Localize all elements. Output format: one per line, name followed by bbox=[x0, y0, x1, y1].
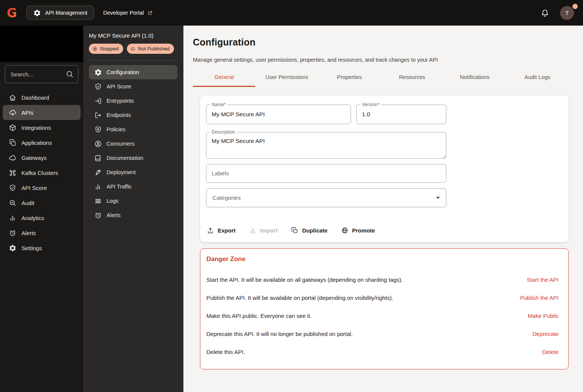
cloud-off-icon bbox=[130, 46, 136, 52]
sidebar-item-dashboard[interactable]: Dashboard bbox=[3, 90, 81, 105]
name-version-row: Name* Version* bbox=[206, 105, 563, 124]
api-title: My MCP Secure API (1.0) bbox=[89, 32, 177, 39]
sidebar-item-apis[interactable]: APIs bbox=[3, 105, 81, 120]
search-check-icon bbox=[9, 199, 17, 207]
sidebar-item-label: Settings bbox=[21, 245, 42, 251]
danger-row-publish-the-api: Publish the API. It will be available on… bbox=[206, 289, 559, 307]
download-icon bbox=[249, 227, 256, 234]
name-field-label: Name* bbox=[210, 102, 228, 107]
publish-the-api-action[interactable]: Publish the API bbox=[520, 295, 559, 301]
labels-input[interactable] bbox=[206, 164, 446, 182]
api-menu-item-consumers[interactable]: Consumers bbox=[89, 137, 177, 151]
tab-resources[interactable]: Resources bbox=[381, 68, 443, 87]
divider bbox=[89, 60, 177, 61]
api-menu-item-label: Configuration bbox=[107, 69, 139, 75]
avatar[interactable]: T bbox=[560, 6, 574, 20]
start-the-api-action[interactable]: Start the API bbox=[527, 277, 559, 283]
gravitee-logo[interactable]: G bbox=[7, 7, 20, 19]
sidebar-item-applications[interactable]: Applications bbox=[3, 135, 81, 150]
api-menu-item-api-traffic[interactable]: API Traffic bbox=[89, 179, 177, 194]
chevron-down-icon bbox=[436, 197, 440, 199]
gear-icon bbox=[94, 68, 102, 76]
delete-action[interactable]: Delete bbox=[542, 349, 559, 355]
api-menu-item-api-score[interactable]: API Score bbox=[89, 79, 177, 94]
api-menu-item-endpoints[interactable]: Endpoints bbox=[89, 108, 177, 122]
tab-audit-logs[interactable]: Audit Logs bbox=[506, 68, 569, 87]
api-menu-item-policies[interactable]: Policies bbox=[89, 122, 177, 137]
danger-zone-card: Danger Zone Start the API. It will be av… bbox=[200, 248, 569, 369]
sidebar-item-label: Gateways bbox=[21, 155, 47, 161]
app-shell: DashboardAPIsIntegrationsApplicationsGat… bbox=[0, 26, 583, 392]
sidebar-item-gateways[interactable]: Gateways bbox=[3, 150, 81, 165]
version-input[interactable] bbox=[357, 105, 446, 124]
api-menu-item-label: Alerts bbox=[107, 212, 121, 218]
developer-portal-link[interactable]: Developer Portal bbox=[103, 10, 153, 16]
tab-notifications[interactable]: Notifications bbox=[443, 68, 506, 87]
danger-row-text: Start the API. It will be available on a… bbox=[206, 277, 403, 283]
version-field-label: Version* bbox=[360, 102, 381, 107]
sidebar-item-label: Dashboard bbox=[21, 94, 49, 101]
gear-icon bbox=[33, 9, 41, 17]
sidebar-item-label: Audit bbox=[21, 200, 34, 206]
api-menu-item-entrypoints[interactable]: Entrypoints bbox=[89, 94, 177, 108]
categories-select-value: Categories bbox=[212, 194, 241, 201]
stop-circle-icon bbox=[92, 46, 98, 52]
api-menu-item-label: Policies bbox=[107, 126, 125, 132]
name-input[interactable] bbox=[206, 105, 351, 124]
api-menu-item-documentation[interactable]: Documentation bbox=[89, 151, 177, 165]
export-button[interactable]: Export bbox=[206, 225, 237, 236]
rocket-icon bbox=[94, 169, 102, 176]
danger-zone-title: Danger Zone bbox=[206, 255, 559, 263]
api-menu-item-logs[interactable]: Logs bbox=[89, 194, 177, 208]
description-field: Description My MCP Secure API bbox=[206, 132, 446, 159]
status-badge-label: Stopped bbox=[100, 46, 119, 52]
promote-button[interactable]: Promote bbox=[340, 225, 376, 236]
api-menu-item-alerts[interactable]: Alerts bbox=[89, 208, 177, 222]
name-field: Name* bbox=[206, 105, 351, 124]
notifications-bell-button[interactable] bbox=[540, 8, 549, 18]
sidebar-item-integrations[interactable]: Integrations bbox=[3, 120, 81, 135]
make-public-action[interactable]: Make Public bbox=[528, 313, 559, 319]
api-sidebar-nav: ConfigurationAPI ScoreEntrypointsEndpoin… bbox=[89, 65, 177, 222]
sidebar-item-label: Alerts bbox=[21, 230, 36, 236]
description-textarea[interactable]: My MCP Secure API bbox=[206, 132, 446, 158]
sidebar-item-kafka-clusters[interactable]: Kafka Clusters bbox=[3, 165, 81, 180]
api-menu-item-label: Entrypoints bbox=[107, 98, 134, 104]
sidebar-nav: DashboardAPIsIntegrationsApplicationsGat… bbox=[0, 90, 83, 255]
status-badge-label: Not Published bbox=[138, 46, 169, 52]
duplicate-button[interactable]: Duplicate bbox=[290, 225, 328, 236]
command-icon bbox=[9, 169, 17, 177]
deprecate-action[interactable]: Deprecate bbox=[533, 331, 559, 337]
api-menu-item-label: Deployment bbox=[107, 169, 136, 175]
sign-out-icon bbox=[94, 111, 102, 119]
main-content: Configuration Manage general settings, u… bbox=[183, 26, 583, 392]
cloud-icon bbox=[9, 154, 17, 162]
api-menu-item-label: Documentation bbox=[107, 155, 143, 161]
api-menu-item-label: Endpoints bbox=[107, 112, 131, 118]
sidebar-item-analytics[interactable]: Analytics bbox=[3, 210, 81, 225]
sidebar-item-settings[interactable]: Settings bbox=[3, 240, 81, 255]
app-switcher-button[interactable]: API Management bbox=[26, 6, 94, 20]
bar-chart-icon bbox=[9, 214, 17, 222]
tab-properties[interactable]: Properties bbox=[318, 68, 381, 87]
shield-check-icon bbox=[94, 83, 102, 91]
sidebar-item-audit[interactable]: Audit bbox=[3, 195, 81, 210]
api-menu-item-label: API Score bbox=[107, 84, 131, 90]
import-button: Import bbox=[249, 225, 279, 236]
danger-row-text: Deprecate this API. It will no longer be… bbox=[206, 331, 353, 337]
api-menu-item-configuration[interactable]: Configuration bbox=[89, 65, 177, 79]
api-sidebar: My MCP Secure API (1.0) StoppedNot Publi… bbox=[83, 26, 183, 392]
tab-general[interactable]: General bbox=[193, 68, 255, 87]
danger-row-text: Delete this API. bbox=[206, 349, 245, 355]
copies-icon bbox=[9, 139, 17, 147]
action-button-label: Promote bbox=[352, 227, 375, 234]
tab-user-permissions[interactable]: User Permissions bbox=[255, 68, 318, 87]
danger-row-delete: Delete this API.Delete bbox=[206, 343, 559, 361]
sidebar-item-alerts[interactable]: Alerts bbox=[3, 225, 81, 240]
categories-select[interactable]: Categories bbox=[206, 188, 446, 207]
danger-zone-rows: Start the API. It will be available on a… bbox=[206, 270, 559, 361]
sidebar-item-api-score[interactable]: API Score bbox=[3, 180, 81, 195]
api-menu-item-deployment[interactable]: Deployment bbox=[89, 165, 177, 179]
globe-icon bbox=[341, 227, 348, 234]
search-icon bbox=[66, 70, 74, 78]
